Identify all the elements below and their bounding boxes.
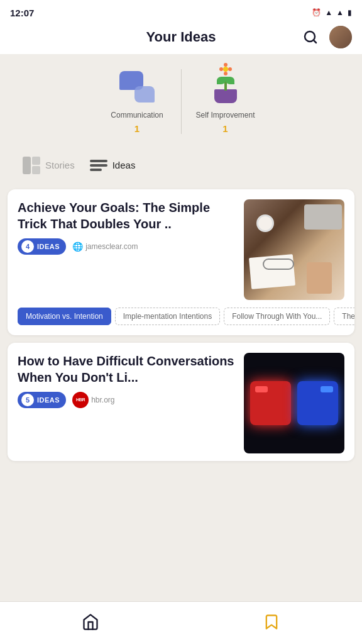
avatar-image	[329, 26, 352, 48]
content-area: Achieve Your Goals: The Simple Trick Tha…	[0, 182, 362, 511]
tag-follow-through[interactable]: Follow Through With You...	[224, 308, 330, 325]
communication-label: Communication	[111, 111, 163, 121]
article-thumbnail-1	[244, 199, 344, 300]
tags-row-1: Motivation vs. Intention Imple-mentation…	[8, 308, 354, 335]
ideas-badge-2: 5 IDEAS	[18, 392, 66, 408]
ideas-count-1: 4	[21, 240, 34, 253]
communication-count: 1	[134, 123, 140, 134]
article-title-2: How to Have Difficult Conversations When…	[18, 353, 236, 386]
article-card-2[interactable]: How to Have Difficult Conversations When…	[8, 343, 354, 461]
tab-stories[interactable]: Stories	[20, 154, 82, 177]
ideas-label-1: IDEAS	[37, 243, 60, 250]
stories-tab-icon	[23, 157, 40, 174]
ideas-badge-1: 4 IDEAS	[18, 238, 66, 255]
globe-icon-1: 🌐	[72, 242, 83, 252]
category-communication[interactable]: Communication 1	[93, 69, 181, 134]
status-icons: ⏰ ▲ ▲ ▮	[312, 8, 352, 17]
app-header: Your Ideas	[0, 23, 362, 54]
tab-ideas[interactable]: Ideas	[87, 154, 143, 177]
category-self-improvement[interactable]: Self Improvement 1	[181, 69, 269, 134]
ideas-tab-label: Ideas	[112, 160, 136, 170]
article-thumbnail-2	[244, 353, 344, 453]
stories-tab-label: Stories	[45, 160, 75, 170]
signal-icon: ▲	[336, 8, 344, 17]
card-meta-2: 5 IDEAS HBR hbr.org	[18, 392, 236, 408]
article-card-1[interactable]: Achieve Your Goals: The Simple Trick Tha…	[8, 189, 354, 335]
ideas-count-2: 5	[21, 394, 34, 406]
source-url-1: jamesclear.com	[85, 242, 138, 251]
tag-if-then[interactable]: The "If-then" strategy	[334, 308, 354, 325]
battery-icon: ▮	[348, 8, 352, 17]
self-improvement-count: 1	[222, 123, 228, 134]
card-text-1: Achieve Your Goals: The Simple Trick Tha…	[18, 199, 236, 300]
card-main-1: Achieve Your Goals: The Simple Trick Tha…	[8, 189, 354, 308]
source-1: 🌐 jamesclear.com	[72, 242, 138, 252]
card-text-2: How to Have Difficult Conversations When…	[18, 353, 236, 453]
search-icon	[303, 30, 318, 45]
ideas-label-2: IDEAS	[37, 396, 60, 404]
self-improvement-icon	[206, 69, 246, 104]
avatar[interactable]	[329, 26, 352, 48]
article-title-1: Achieve Your Goals: The Simple Trick Tha…	[18, 199, 236, 232]
card-meta-1: 4 IDEAS 🌐 jamesclear.com	[18, 238, 236, 255]
alarm-icon: ⏰	[312, 8, 321, 17]
search-button[interactable]	[299, 26, 322, 48]
bookmark-nav-item[interactable]	[181, 602, 362, 644]
robot-image	[244, 353, 344, 453]
status-time: 12:07	[10, 8, 34, 18]
tab-bar: Stories Ideas	[0, 147, 362, 182]
page-title: Your Ideas	[146, 29, 216, 45]
self-improvement-label: Self Improvement	[195, 111, 255, 121]
robot-blue	[297, 381, 338, 425]
bottom-nav	[0, 601, 362, 644]
status-bar: 12:07 ⏰ ▲ ▲ ▮	[0, 0, 362, 23]
bookmark-icon	[263, 613, 280, 633]
ideas-tab-icon	[90, 157, 107, 174]
robot-red	[250, 381, 291, 425]
source-url-2: hbr.org	[91, 396, 114, 404]
hbr-badge: HBR	[72, 392, 89, 408]
home-nav-item[interactable]	[0, 602, 181, 644]
svg-line-1	[314, 40, 316, 43]
categories-section: Communication 1 Self Improvement 1	[0, 54, 362, 147]
desk-image	[244, 199, 344, 300]
home-icon	[82, 613, 99, 633]
card-main-2: How to Have Difficult Conversations When…	[8, 343, 354, 461]
tag-implementation[interactable]: Imple-mentation Intentions	[115, 308, 220, 325]
header-actions	[299, 26, 352, 48]
wifi-icon: ▲	[325, 8, 332, 17]
source-2: HBR hbr.org	[72, 392, 114, 408]
tag-motivation[interactable]: Motivation vs. Intention	[18, 308, 111, 325]
communication-icon	[117, 69, 157, 104]
